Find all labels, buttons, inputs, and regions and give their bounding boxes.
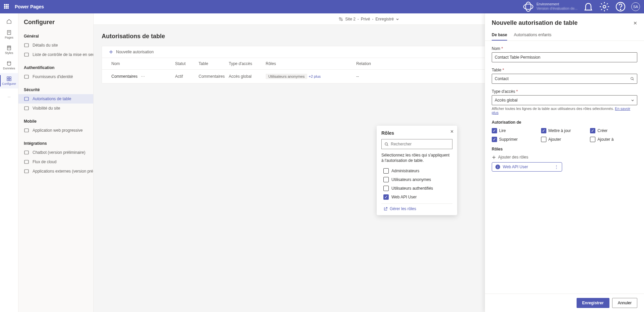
roles-option[interactable]: Utilisateurs anonymes (381, 175, 452, 184)
rail-configure[interactable]: Configurer (0, 73, 18, 88)
panel-close-icon[interactable]: ✕ (633, 20, 637, 26)
sidebar-item-providers[interactable]: Fournisseurs d'identité (18, 72, 93, 81)
roles-option[interactable]: Utilisateurs authentifiés (381, 184, 452, 193)
breadcrumb-sep: - (358, 17, 359, 21)
access-select[interactable]: Accès global (492, 95, 637, 105)
site-icon (338, 17, 343, 21)
perm-delete[interactable]: ✓Supprimer (492, 137, 539, 142)
side-panel: Nouvelle autorisation de table ✕ De base… (485, 13, 644, 312)
checkbox-icon (590, 137, 595, 142)
svg-rect-20 (24, 160, 29, 164)
sidebar-item-pwa[interactable]: Application web progressive (18, 126, 93, 135)
table-input[interactable]: Contact (492, 74, 637, 84)
checkbox-icon: ✓ (541, 128, 546, 133)
external-link-icon (383, 207, 388, 211)
svg-rect-19 (24, 151, 29, 154)
rail-data[interactable]: Données (0, 58, 18, 73)
sidebar-item-label: Flux de cloud (33, 160, 56, 164)
svg-point-1 (526, 2, 531, 11)
panel-title: Nouvelle autorisation de table (492, 19, 578, 26)
add-roles-button[interactable]: Ajouter des rôles (492, 155, 637, 160)
perm-append-label: Ajouter (548, 137, 561, 142)
sidebar-item-icon (24, 169, 29, 174)
help-icon[interactable] (615, 1, 626, 12)
rail-pages-label: Pages (5, 36, 13, 39)
roles-option-label: Utilisateurs authentifiés (391, 186, 433, 191)
cancel-button[interactable]: Annuler (612, 298, 637, 308)
svg-point-0 (524, 4, 533, 9)
svg-rect-15 (24, 75, 29, 78)
sidebar-item-label: Fournisseurs d'identité (33, 74, 73, 79)
waffle-icon[interactable] (4, 4, 9, 9)
svg-rect-10 (9, 77, 11, 78)
roles-close-icon[interactable]: ✕ (450, 129, 454, 134)
rail-pages[interactable]: Pages (0, 27, 18, 42)
breadcrumb-site: Site 2 (345, 17, 356, 21)
save-button[interactable]: Enregistrer (577, 298, 609, 308)
svg-rect-16 (24, 97, 29, 101)
role-chip-more-icon[interactable]: ⋮ (554, 165, 558, 169)
sidebar-item-label: Visibilité du site (33, 106, 60, 111)
roles-search[interactable] (381, 139, 452, 149)
roles-option[interactable]: Administrateurs (381, 167, 452, 175)
user-avatar[interactable]: SA (631, 2, 640, 11)
svg-point-8 (7, 61, 11, 63)
perm-appendto[interactable]: Ajouter à (590, 137, 637, 142)
perm-delete-label: Supprimer (499, 137, 518, 142)
manage-roles-link[interactable]: Gérer les rôles (381, 203, 452, 212)
sidebar-item-checklist[interactable]: Liste de contrôle de la mise en ser... (18, 50, 93, 59)
rail-home[interactable] (0, 16, 18, 27)
checkbox-icon: ✓ (383, 194, 389, 200)
svg-point-2 (603, 5, 606, 8)
rail-more-label: … (8, 95, 11, 98)
perm-append[interactable]: Ajouter (541, 137, 588, 142)
col-table: Table (199, 61, 225, 66)
environment-picker[interactable]: Environnement Version d'évaluation de... (523, 1, 578, 12)
svg-point-23 (341, 19, 342, 20)
roles-option[interactable]: ✓Web API User (381, 193, 452, 201)
svg-rect-13 (24, 44, 29, 47)
roles-section-title: Rôles (492, 147, 637, 151)
col-roles: Rôles (266, 61, 353, 66)
name-input[interactable]: Contact Table Permission (492, 52, 637, 62)
col-relation: Relation (356, 61, 383, 66)
chevron-down-icon (631, 99, 634, 102)
perm-section-title: Autorisation de (492, 120, 637, 125)
sidebar-item-label: Détails du site (33, 43, 58, 48)
perm-read[interactable]: ✓Lire (492, 128, 539, 133)
rail-more[interactable]: … (0, 88, 18, 104)
sidebar-item-label: Applications externes (version prél... (33, 169, 93, 174)
svg-rect-14 (24, 53, 29, 56)
svg-point-24 (385, 142, 387, 145)
access-label-text: Type d'accès (492, 89, 515, 94)
sidebar-item-icon (24, 74, 29, 79)
roles-search-input[interactable] (391, 142, 449, 146)
sidebar-item-cloudflows[interactable]: Flux de cloud (18, 157, 93, 167)
sidebar-group-head: Sécurité (18, 85, 93, 94)
settings-icon[interactable] (599, 1, 610, 12)
tab-children[interactable]: Autorisations enfants (514, 30, 551, 41)
manage-roles-label: Gérer les rôles (390, 206, 416, 211)
perm-create[interactable]: ✓Créer (590, 128, 637, 133)
name-value: Contact Table Permission (495, 55, 540, 60)
notifications-icon[interactable] (583, 1, 594, 12)
environment-name: Version d'évaluation de... (536, 6, 578, 11)
rail-styles-label: Styles (5, 51, 13, 55)
rail-styles[interactable]: Styles (0, 42, 18, 58)
perm-update[interactable]: ✓Mettre à jour (541, 128, 588, 133)
row-role-plus[interactable]: +2 plus (309, 74, 321, 78)
checkbox-icon: ✓ (492, 137, 497, 142)
sidebar-item-details[interactable]: Détails du site (18, 41, 93, 50)
sidebar-item-chatbot[interactable]: Chatbot (version préliminaire) (18, 148, 93, 157)
sidebar-item-ext-apps[interactable]: Applications externes (version prél... (18, 167, 93, 176)
tab-base[interactable]: De base (492, 30, 507, 41)
roles-popup-desc: Sélectionnez les rôles qui s'appliquent … (381, 152, 452, 163)
breadcrumb-sep2: - (372, 17, 373, 21)
sidebar-item-icon (24, 106, 29, 111)
roles-option-label: Administrateurs (391, 169, 419, 173)
row-status: Actif (175, 74, 195, 79)
sidebar-item-site-visibility[interactable]: Visibilité du site (18, 104, 93, 113)
role-chip[interactable]: i Web API User ⋮ (492, 162, 562, 172)
sidebar-item-table-perms[interactable]: Autorisations de table (18, 94, 93, 104)
row-more-icon[interactable]: ⋯ (141, 74, 145, 79)
